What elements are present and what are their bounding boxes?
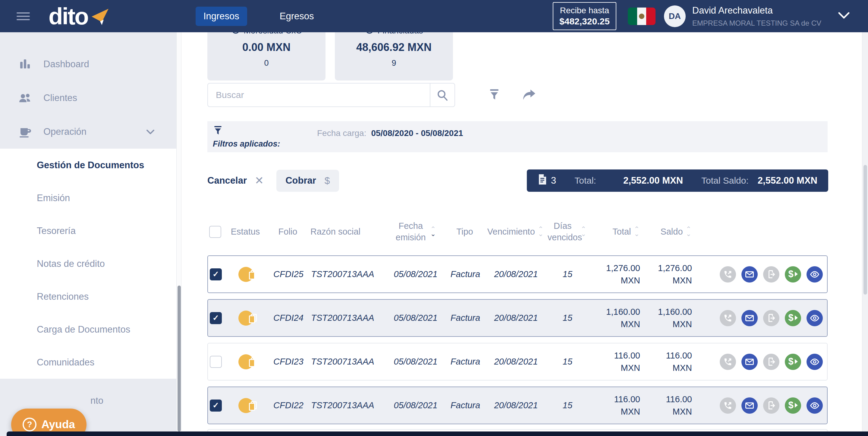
total-saldo-label: Total Saldo: [701, 175, 749, 186]
card-value: 0.00 MXN [242, 41, 290, 54]
submenu-item-carga-de-documentos[interactable]: Carga de Documentos [0, 313, 176, 346]
column-label: Vencimiento [487, 226, 535, 238]
submenu-item-comunidades[interactable]: Comunidades [0, 346, 176, 379]
collect-money-icon[interactable]: $ [785, 398, 801, 414]
sort-icon-fecha-emision[interactable]: ⌃⌄ [430, 227, 436, 237]
document-export-icon[interactable] [763, 398, 779, 414]
column-label: Saldo [660, 226, 683, 238]
card-count: 9 [392, 58, 396, 68]
tab-ingresos[interactable]: Ingresos [195, 7, 247, 26]
cell-fecha-emision: 05/08/2021 [387, 312, 444, 324]
sidebar-item-clientes[interactable]: Clientes [0, 81, 176, 115]
column-header-fecha-emision[interactable]: Fecha emisión ⌃⌄ [386, 221, 444, 243]
receive-limit-label: Recibe hasta [559, 5, 610, 16]
people-icon [18, 91, 32, 105]
table-row[interactable]: ✓ CFDI24 TST200713AAA 05/08/2021 Factura… [207, 299, 828, 337]
column-header-razon-social: Razón social [310, 226, 386, 238]
submenu-item-tesoreria[interactable]: Tesorería [0, 214, 176, 247]
cell-vencimiento: 20/08/2021 [487, 356, 546, 368]
logo-text: dito [49, 3, 88, 30]
email-icon[interactable] [741, 398, 758, 414]
row-checkbox[interactable] [210, 356, 222, 368]
document-export-icon[interactable] [763, 266, 779, 283]
submenu-item-gestion-de-documentos[interactable]: Gestión de Documentos [0, 149, 176, 181]
cell-dias-vencidos: 15 [546, 312, 590, 324]
cell-folio: CFDI24 [266, 312, 311, 324]
hamburger-menu-icon[interactable] [17, 10, 30, 22]
document-export-icon[interactable] [763, 354, 779, 370]
call-outgoing-icon[interactable] [720, 398, 736, 414]
cell-tipo: Factura [444, 269, 487, 280]
selected-count: 3 [551, 175, 556, 186]
cell-fecha-emision: 05/08/2021 [387, 400, 444, 411]
table-row[interactable]: ✓ CFDI22 TST200713AAA 05/08/2021 Factura… [207, 386, 828, 424]
applied-filters-bar: Filtros aplicados: Fecha carga: 05/08/20… [207, 121, 828, 152]
cell-razon-social: TST200713AAA [311, 400, 387, 411]
row-checkbox[interactable]: ✓ [210, 400, 222, 412]
column-header-total[interactable]: Total ⌃⌄ [589, 226, 640, 238]
sidebar-scrollbar-thumb[interactable] [178, 286, 181, 432]
column-header-dias-vencidos[interactable]: Días vencidos ⌃⌄ [545, 221, 589, 243]
submenu-item-notas-de-credito[interactable]: Notas de crédito [0, 247, 176, 280]
user-block: David Arechavaleta EMPRESA MORAL TESTING… [692, 4, 821, 28]
sort-icon-dias-vencidos[interactable]: ⌃⌄ [581, 227, 586, 237]
cell-dias-vencidos: 15 [546, 400, 590, 411]
row-checkbox[interactable]: ✓ [210, 312, 222, 324]
cell-saldo: 1,276.00MXN [640, 262, 692, 286]
sort-icon-total[interactable]: ⌃⌄ [634, 227, 640, 237]
document-export-icon[interactable] [763, 310, 779, 326]
sidebar-item-partially-hidden[interactable]: nto [90, 395, 103, 406]
collect-money-icon[interactable]: $ [785, 266, 801, 283]
filter-name: Fecha carga: [317, 128, 366, 138]
collect-money-icon[interactable]: $ [785, 354, 801, 370]
share-icon[interactable] [522, 88, 536, 101]
search-icon[interactable] [430, 89, 455, 101]
view-icon[interactable] [807, 310, 823, 326]
email-icon[interactable] [741, 266, 758, 283]
view-icon[interactable] [807, 266, 823, 283]
sidebar-scrollbar[interactable] [176, 32, 181, 432]
search-box [207, 83, 455, 107]
view-icon[interactable] [807, 398, 823, 414]
column-header-folio: Folio [265, 226, 310, 238]
card-count: 0 [264, 58, 269, 68]
tab-egresos[interactable]: Egresos [272, 7, 322, 26]
view-icon[interactable] [807, 354, 823, 370]
submenu-item-emision[interactable]: Emisión [0, 181, 176, 214]
operacion-submenu: Gestión de Documentos Emisión Tesorería … [0, 149, 176, 379]
search-input[interactable] [208, 90, 430, 100]
main-scrollbar-thumb[interactable] [864, 165, 867, 295]
coffee-mug-icon [18, 125, 32, 138]
table-row[interactable]: ✓ CFDI25 TST200713AAA 05/08/2021 Factura… [207, 255, 828, 293]
select-all-checkbox[interactable] [209, 226, 221, 238]
avatar[interactable]: DA [664, 5, 686, 27]
sort-icon-saldo[interactable]: ⌃⌄ [686, 227, 691, 237]
user-company: EMPRESA MORAL TESTING SA de CV [692, 19, 821, 28]
sidebar-item-label: Clientes [43, 93, 77, 104]
email-icon[interactable] [741, 310, 758, 326]
cancel-button-label: Cancelar [207, 175, 247, 186]
sidebar-item-operacion[interactable]: Operación [0, 115, 176, 149]
email-icon[interactable] [741, 354, 758, 370]
user-menu-chevron-down-icon[interactable] [838, 12, 850, 21]
status-copy-icon [239, 398, 253, 413]
row-checkbox[interactable]: ✓ [210, 268, 222, 281]
collect-money-icon[interactable]: $ [785, 310, 801, 326]
table-row[interactable]: CFDI23 TST200713AAA 05/08/2021 Factura 2… [207, 343, 828, 380]
dito-logo: dito [49, 3, 110, 30]
main-scrollbar[interactable] [862, 32, 868, 432]
call-outgoing-icon[interactable] [720, 354, 736, 370]
column-header-saldo[interactable]: Saldo ⌃⌄ [640, 226, 691, 238]
filter-icon[interactable] [488, 88, 501, 102]
call-outgoing-icon[interactable] [720, 266, 736, 283]
collect-button[interactable]: Cobrar $ [276, 170, 339, 192]
sort-icon-vencimiento[interactable]: ⌃⌄ [538, 227, 544, 237]
chevron-down-icon [146, 126, 155, 137]
column-header-vencimiento[interactable]: Vencimiento ⌃⌄ [486, 226, 545, 238]
cell-saldo: 116.00MXN [640, 349, 692, 374]
cancel-button[interactable]: Cancelar ✕ [207, 174, 264, 187]
sidebar-item-dashboard[interactable]: Dashboard [0, 47, 176, 81]
call-outgoing-icon[interactable] [720, 310, 736, 326]
cell-vencimiento: 20/08/2021 [487, 269, 546, 280]
submenu-item-retenciones[interactable]: Retenciones [0, 280, 176, 313]
